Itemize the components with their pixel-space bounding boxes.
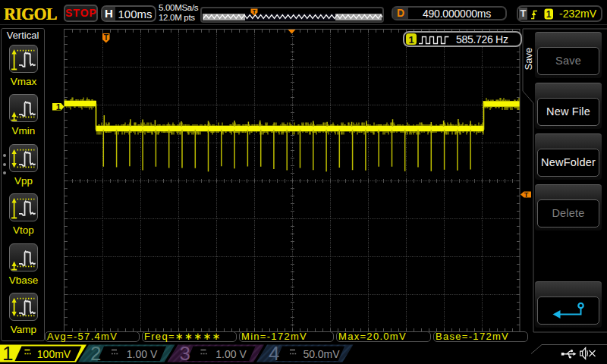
svg-text:50.0mV: 50.0mV bbox=[303, 348, 340, 360]
svg-text:1.00 V: 1.00 V bbox=[127, 348, 158, 360]
svg-text:1.00 V: 1.00 V bbox=[215, 348, 247, 360]
svg-text:1: 1 bbox=[2, 342, 13, 364]
svg-text:3: 3 bbox=[180, 342, 190, 364]
svg-text:4: 4 bbox=[269, 342, 279, 364]
svg-text:2: 2 bbox=[90, 342, 101, 364]
svg-text:100mV: 100mV bbox=[37, 348, 71, 360]
